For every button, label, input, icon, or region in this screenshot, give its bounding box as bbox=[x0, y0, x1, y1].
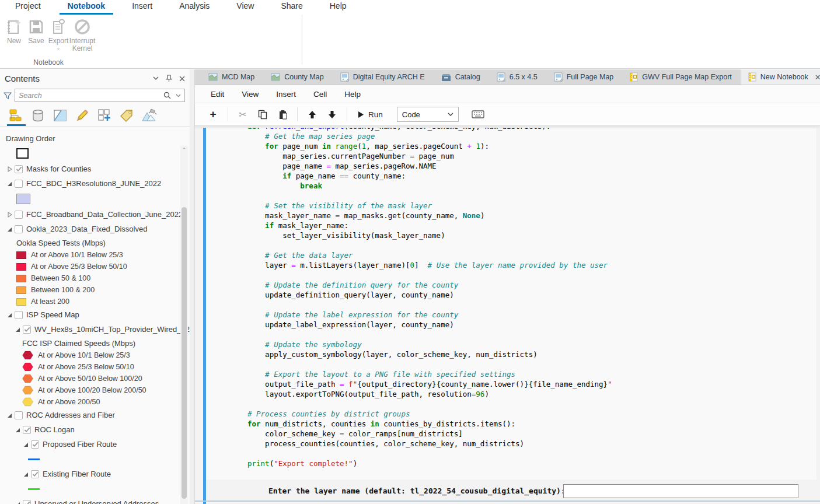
layer-visibility-checkbox[interactable] bbox=[23, 426, 31, 434]
layer-visibility-checkbox[interactable] bbox=[15, 180, 23, 188]
layer-label[interactable]: ISP Speed Map bbox=[26, 310, 79, 319]
scrollbar-thumb[interactable] bbox=[182, 207, 187, 499]
collapse-arrow-icon[interactable] bbox=[6, 226, 13, 233]
code-editor[interactable]: def refresh_and_export(county_name, colo… bbox=[206, 128, 816, 480]
view-tab-new-notebook[interactable]: New Notebook✕ bbox=[741, 69, 820, 85]
panel-menu-chevron-icon[interactable] bbox=[153, 76, 159, 80]
collapse-arrow-icon[interactable] bbox=[14, 501, 21, 504]
collapse-arrow-icon[interactable] bbox=[14, 326, 21, 333]
close-tab-icon[interactable]: ✕ bbox=[815, 73, 820, 82]
search-options-chevron-icon[interactable] bbox=[176, 94, 181, 97]
symbol-square-swatch[interactable] bbox=[16, 148, 29, 159]
layer-label[interactable]: Ookla_2023_Data_Fixed_Dissolved bbox=[26, 225, 147, 233]
collapse-arrow-icon[interactable] bbox=[22, 441, 29, 448]
close-panel-icon[interactable] bbox=[179, 76, 185, 82]
collapse-arrow-icon[interactable] bbox=[6, 412, 13, 419]
view-tab-6-5-x-4-5[interactable]: 6.5 x 4.5 bbox=[489, 69, 545, 85]
layer-visibility-checkbox[interactable] bbox=[15, 411, 23, 419]
cell-type-select[interactable]: Code bbox=[397, 107, 459, 122]
ribbon-group-notebook: New Save Export ⌄ Interrupt Kernel Noteb… bbox=[0, 13, 820, 68]
interrupt-kernel-button[interactable]: Interrupt Kernel bbox=[67, 16, 97, 52]
legend-item: Between 100 & 200 bbox=[0, 284, 190, 296]
layer-visibility-checkbox[interactable] bbox=[31, 440, 39, 449]
filter-icon[interactable] bbox=[4, 92, 12, 100]
layer-visibility-checkbox[interactable] bbox=[23, 326, 31, 334]
run-cell-button[interactable]: Run bbox=[352, 110, 389, 119]
layer-visibility-checkbox[interactable] bbox=[31, 470, 39, 478]
ribbon-tab-project[interactable]: Project bbox=[7, 0, 49, 13]
symbol-square-swatch[interactable] bbox=[16, 194, 30, 204]
view-tab-catalog[interactable]: Catalog bbox=[434, 69, 488, 85]
layer-label[interactable]: Masks for Counties bbox=[26, 164, 91, 173]
list-by-snapping-icon[interactable] bbox=[96, 107, 113, 124]
move-cell-up-button[interactable] bbox=[302, 107, 322, 122]
list-by-labeling-icon[interactable] bbox=[118, 107, 135, 124]
layer-label[interactable]: Existing Fiber Route bbox=[43, 470, 111, 478]
legend-square-swatch[interactable] bbox=[16, 263, 26, 271]
legend-square-swatch[interactable] bbox=[16, 286, 26, 294]
view-tab-full-page-map[interactable]: Full Page Map bbox=[546, 69, 622, 85]
layer-visibility-checkbox[interactable] bbox=[15, 211, 23, 219]
legend-hexagon-swatch[interactable] bbox=[22, 374, 33, 383]
legend-hexagon-swatch[interactable] bbox=[22, 351, 33, 360]
add-cell-button[interactable]: + bbox=[203, 107, 223, 122]
pin-icon[interactable] bbox=[166, 75, 172, 82]
panel-splitter[interactable] bbox=[190, 69, 195, 504]
command-palette-button[interactable] bbox=[468, 107, 488, 122]
view-tab-county-map[interactable]: County Map bbox=[263, 69, 331, 85]
layer-visibility-checkbox[interactable] bbox=[15, 311, 23, 319]
layer-label[interactable]: ROC Addresses and Fiber bbox=[26, 411, 115, 419]
layer-label[interactable]: Unserved or Underserved Addresses bbox=[34, 499, 159, 504]
paste-cell-button[interactable] bbox=[273, 107, 292, 122]
layer-label[interactable]: ROC Logan bbox=[34, 425, 75, 434]
view-tab-digital-equity-arch-e[interactable]: Digital Equity ARCH E bbox=[333, 69, 432, 85]
contents-scrollbar[interactable]: ⌃ bbox=[180, 146, 188, 504]
notebook-menu-help[interactable]: Help bbox=[336, 90, 369, 99]
copy-cell-button[interactable] bbox=[253, 107, 273, 122]
layer-visibility-checkbox[interactable] bbox=[15, 225, 23, 233]
search-icon[interactable] bbox=[163, 92, 171, 99]
legend-hexagon-swatch[interactable] bbox=[22, 362, 33, 372]
legend-square-swatch[interactable] bbox=[16, 275, 26, 282]
symbol-line-swatch[interactable] bbox=[28, 459, 40, 460]
layer-label[interactable]: FCC_BDC_H3Resolution8_JUNE_2022 bbox=[26, 179, 161, 188]
expand-arrow-icon[interactable] bbox=[6, 166, 13, 173]
ribbon-tab-analysis[interactable]: Analysis bbox=[171, 0, 218, 13]
notebook-menu-view[interactable]: View bbox=[233, 90, 267, 99]
cut-cell-button[interactable]: ✂ bbox=[233, 107, 253, 122]
symbol-line-swatch[interactable] bbox=[28, 488, 40, 490]
expand-arrow-icon[interactable] bbox=[6, 211, 13, 218]
scrollbar-up-arrow-icon[interactable]: ⌃ bbox=[180, 147, 188, 153]
layer-visibility-checkbox[interactable] bbox=[23, 500, 31, 504]
move-cell-down-button[interactable] bbox=[322, 107, 342, 122]
list-by-selection-icon[interactable] bbox=[51, 107, 69, 124]
list-by-editing-icon[interactable] bbox=[74, 107, 91, 124]
layer-visibility-checkbox[interactable] bbox=[15, 165, 23, 173]
notebook-menu-cell[interactable]: Cell bbox=[305, 90, 336, 99]
layer-label[interactable]: FCC_Broadband_Data_Collection_June_2022 bbox=[26, 210, 183, 219]
code-line: print("Export complete!") bbox=[247, 459, 816, 468]
list-by-imagery-icon[interactable] bbox=[140, 107, 158, 124]
layer-name-input[interactable] bbox=[563, 484, 798, 498]
view-tab-gwv-full-page-map-export[interactable]: GWV Full Page Map Export bbox=[622, 69, 739, 85]
search-input[interactable]: Search bbox=[15, 89, 185, 102]
legend-hexagon-swatch[interactable] bbox=[22, 386, 33, 395]
legend-hexagon-swatch[interactable] bbox=[22, 397, 33, 407]
ribbon-tab-view[interactable]: View bbox=[228, 0, 262, 13]
ribbon-tab-help[interactable]: Help bbox=[322, 0, 355, 13]
collapse-arrow-icon[interactable] bbox=[6, 312, 13, 318]
notebook-menu-edit[interactable]: Edit bbox=[202, 90, 233, 99]
notebook-menu-insert[interactable]: Insert bbox=[267, 90, 305, 99]
list-by-data-source-icon[interactable] bbox=[29, 107, 47, 124]
ribbon-tab-share[interactable]: Share bbox=[273, 0, 310, 13]
layer-label[interactable]: Proposed Fiber Route bbox=[43, 440, 117, 449]
view-tab-mcd-map[interactable]: MCD Map bbox=[201, 69, 262, 85]
collapse-arrow-icon[interactable] bbox=[6, 180, 13, 187]
ribbon-tab-insert[interactable]: Insert bbox=[124, 0, 160, 13]
legend-square-swatch[interactable] bbox=[16, 298, 26, 306]
legend-square-swatch[interactable] bbox=[16, 251, 26, 259]
collapse-arrow-icon[interactable] bbox=[22, 471, 29, 478]
collapse-arrow-icon[interactable] bbox=[14, 426, 21, 433]
list-by-drawing-order-icon[interactable] bbox=[7, 107, 25, 124]
layer-label[interactable]: WV_Hex8s_10miCH_Top_Provider_Wired_12 bbox=[34, 325, 190, 334]
